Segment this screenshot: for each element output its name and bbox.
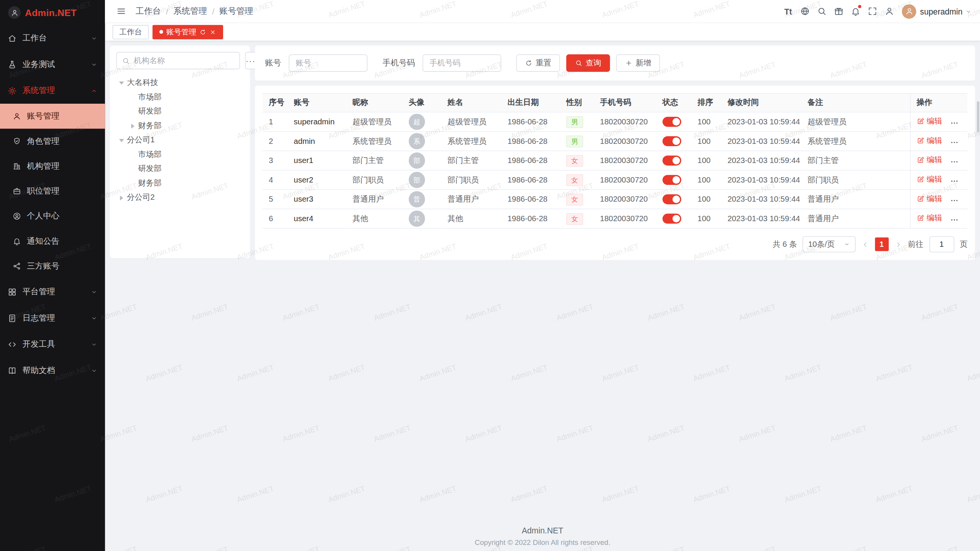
sidebar-item-dev-tools[interactable]: 开发工具 — [0, 331, 105, 357]
language-button[interactable] — [797, 3, 813, 19]
status-toggle[interactable] — [663, 136, 681, 146]
row-more-button[interactable] — [950, 138, 959, 147]
cell-nickname: 超级管理员 — [346, 112, 402, 132]
tree-caret-icon[interactable] — [120, 195, 123, 200]
edit-label: 编辑 — [926, 213, 942, 224]
tab-close-button[interactable] — [209, 28, 216, 35]
breadcrumb-item-system[interactable]: 系统管理 — [173, 6, 207, 17]
sidebar-subitem-position-management[interactable]: 职位管理 — [0, 179, 105, 204]
sidebar-subitem-role-management[interactable]: 角色管理 — [0, 129, 105, 153]
sidebar-subitem-notice[interactable]: 通知公告 — [0, 229, 105, 254]
tree-node-label: 市场部 — [138, 92, 162, 103]
chevron-up-icon — [91, 87, 98, 94]
cell-birthdate: 1986-06-28 — [501, 112, 560, 132]
status-toggle[interactable] — [663, 194, 681, 204]
edit-button[interactable]: 编辑 — [916, 135, 942, 146]
scrollbar-thumb[interactable] — [977, 101, 980, 132]
edit-button[interactable]: 编辑 — [916, 194, 942, 204]
row-more-button[interactable] — [950, 196, 959, 205]
edit-button[interactable]: 编辑 — [916, 155, 942, 166]
table-row: 6user4其他其其他1986-06-28女180200307201002023… — [263, 209, 968, 228]
tree-node-7[interactable]: 财务部 — [116, 176, 244, 191]
sidebar-subitem-org-management[interactable]: 机构管理 — [0, 154, 105, 179]
menu-search-button[interactable] — [814, 3, 830, 19]
edit-button[interactable]: 编辑 — [916, 213, 942, 224]
tree-node-8[interactable]: 分公司2 — [116, 191, 244, 205]
tree-node-4[interactable]: 分公司1 — [116, 133, 244, 148]
tree-caret-icon[interactable] — [131, 123, 134, 128]
notification-button[interactable] — [848, 3, 864, 19]
status-toggle[interactable] — [663, 117, 681, 127]
sidebar-subitem-personal-center[interactable]: 个人中心 — [0, 204, 105, 228]
sidebar-item-label: 平台管理 — [23, 286, 85, 297]
fullscreen-button[interactable] — [864, 3, 880, 19]
org-more-button[interactable]: ··· — [245, 52, 256, 70]
table-row: 1superadmin超级管理员超超级管理员1986-06-28男1802003… — [263, 112, 968, 132]
tree-caret-icon[interactable] — [119, 81, 124, 84]
tree-node-0[interactable]: 大名科技 — [116, 76, 244, 90]
chevron-down-icon-wrap — [91, 367, 98, 374]
tree-node-1[interactable]: 市场部 — [116, 90, 244, 104]
layout-config-button[interactable] — [831, 3, 847, 19]
tree-node-5[interactable]: 市场部 — [116, 147, 244, 162]
page-size-select[interactable]: 10条/页 — [803, 236, 856, 252]
user-menu[interactable]: superadmin — [920, 7, 972, 16]
profile-button[interactable] — [881, 3, 897, 19]
row-more-button[interactable] — [950, 215, 959, 224]
chevron-down-icon-wrap — [91, 61, 98, 68]
chevron-down-icon — [91, 61, 98, 68]
edit-icon — [916, 176, 924, 183]
edit-button[interactable]: 编辑 — [916, 116, 942, 127]
breadcrumb-item-workbench[interactable]: 工作台 — [136, 6, 161, 17]
row-more-button[interactable] — [950, 119, 959, 127]
sidebar-subitem-third-party-account[interactable]: 三方账号 — [0, 254, 105, 279]
collapse-menu-button[interactable] — [113, 3, 129, 19]
tree-node-6[interactable]: 研发部 — [116, 162, 244, 176]
status-toggle[interactable] — [663, 214, 681, 223]
gender-tag: 男 — [566, 116, 583, 128]
sidebar-item-help-docs[interactable]: 帮助文档 — [0, 357, 105, 384]
tree-node-2[interactable]: 研发部 — [116, 104, 244, 119]
tree-caret-icon[interactable] — [119, 139, 124, 142]
phone-input[interactable] — [423, 54, 501, 72]
query-label: 查询 — [586, 58, 601, 68]
sidebar-item-system-management[interactable]: 系统管理 — [0, 77, 105, 104]
sidebar-item-business-test[interactable]: 业务测试 — [0, 51, 105, 78]
tree-node-3[interactable]: 财务部 — [116, 119, 244, 133]
app-logo[interactable]: Admin.NET — [0, 0, 105, 25]
tab-workbench[interactable]: 工作台 — [113, 24, 149, 39]
cell-modified: 2023-01-03 10:59:44 — [721, 170, 801, 190]
tab-account-management[interactable]: 账号管理 — [152, 24, 223, 39]
add-button[interactable]: 新增 — [616, 54, 660, 72]
avatar[interactable] — [902, 4, 916, 19]
tab-refresh-button[interactable] — [199, 28, 206, 35]
org-search-input[interactable] — [134, 56, 234, 65]
prev-page-button[interactable] — [861, 240, 869, 248]
reset-button[interactable]: 重置 — [516, 54, 560, 72]
next-page-button[interactable] — [894, 240, 902, 248]
account-input[interactable] — [289, 54, 368, 72]
cell-account: user4 — [287, 209, 346, 228]
goto-page-input[interactable] — [929, 236, 954, 252]
query-button[interactable]: 查询 — [566, 54, 610, 72]
column-header-6: 性别 — [560, 93, 594, 112]
status-toggle[interactable] — [663, 156, 681, 166]
cell-nickname: 系统管理员 — [346, 132, 402, 151]
row-more-button[interactable] — [950, 177, 959, 186]
page-number-button[interactable]: 1 — [875, 237, 889, 251]
sidebar-subitem-account-management[interactable]: 账号管理 — [0, 104, 105, 129]
row-more-button[interactable] — [950, 158, 959, 166]
gear-icon — [8, 86, 17, 95]
edit-icon — [916, 118, 924, 126]
cell-status — [656, 190, 691, 209]
edit-button[interactable]: 编辑 — [916, 174, 942, 185]
more-icon — [950, 177, 959, 186]
breadcrumb-item-current: 账号管理 — [219, 6, 253, 17]
status-toggle[interactable] — [663, 175, 681, 185]
sidebar-item-platform-management[interactable]: 平台管理 — [0, 279, 105, 305]
search-icon — [575, 59, 583, 67]
sidebar-item-workbench[interactable]: 工作台 — [0, 25, 105, 51]
sidebar-item-log-management[interactable]: 日志管理 — [0, 305, 105, 331]
font-size-button[interactable]: Tt — [780, 3, 796, 19]
more-icon — [950, 138, 959, 147]
